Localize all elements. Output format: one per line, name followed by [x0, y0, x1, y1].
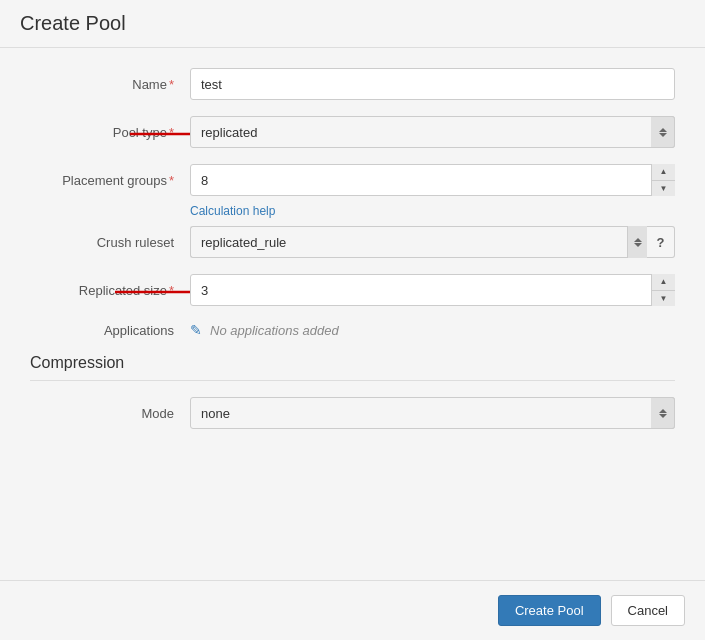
- page-title: Create Pool: [20, 12, 685, 35]
- content-area: Name* Pool type* replicated e: [0, 48, 705, 580]
- placement-groups-increment[interactable]: ▲: [652, 164, 675, 181]
- crush-help-button[interactable]: ?: [647, 226, 675, 258]
- placement-groups-input[interactable]: [190, 164, 675, 196]
- replicated-size-spinner-wrapper: ▲ ▼: [190, 274, 675, 306]
- no-applications-text: No applications added: [210, 323, 339, 338]
- applications-content: ✎ No applications added: [190, 322, 675, 338]
- compression-section-title: Compression: [30, 354, 675, 381]
- crush-ruleset-label: Crush ruleset: [30, 235, 190, 250]
- replicated-size-increment[interactable]: ▲: [652, 274, 675, 291]
- placement-groups-label: Placement groups*: [30, 173, 190, 188]
- pool-type-select-wrapper: replicated erasure: [190, 116, 675, 148]
- crush-ruleset-select[interactable]: replicated_rule: [190, 226, 647, 258]
- compression-section: Compression Mode none aggressive passive…: [30, 354, 675, 429]
- placement-groups-spinner-wrapper: ▲ ▼: [190, 164, 675, 196]
- replicated-size-spinner-buttons: ▲ ▼: [651, 274, 675, 306]
- name-label: Name*: [30, 77, 190, 92]
- placement-groups-group: Placement groups* ▲ ▼: [30, 164, 675, 196]
- applications-group: Applications ✎ No applications added: [30, 322, 675, 338]
- replicated-size-group: Replicated size* ▲ ▼: [30, 274, 675, 306]
- pool-type-select[interactable]: replicated erasure: [190, 116, 675, 148]
- cancel-button[interactable]: Cancel: [611, 595, 685, 626]
- footer: Create Pool Cancel: [0, 580, 705, 640]
- crush-ruleset-group: Crush ruleset replicated_rule ?: [30, 226, 675, 258]
- replicated-size-decrement[interactable]: ▼: [652, 291, 675, 307]
- pool-type-group: Pool type* replicated erasure: [30, 116, 675, 148]
- mode-select-wrapper: none aggressive passive force: [190, 397, 675, 429]
- mode-group: Mode none aggressive passive force: [30, 397, 675, 429]
- pool-type-label: Pool type*: [30, 125, 190, 140]
- create-pool-button[interactable]: Create Pool: [498, 595, 601, 626]
- page-header: Create Pool: [0, 0, 705, 48]
- name-group: Name*: [30, 68, 675, 100]
- page-wrapper: Create Pool Name* Pool type*: [0, 0, 705, 640]
- mode-label: Mode: [30, 406, 190, 421]
- placement-groups-spinner-buttons: ▲ ▼: [651, 164, 675, 196]
- crush-ruleset-control-group: replicated_rule ?: [190, 226, 675, 258]
- applications-label: Applications: [30, 323, 190, 338]
- replicated-size-label: Replicated size*: [30, 283, 190, 298]
- crush-select-wrapper: replicated_rule: [190, 226, 647, 258]
- replicated-size-input[interactable]: [190, 274, 675, 306]
- placement-groups-decrement[interactable]: ▼: [652, 181, 675, 197]
- calculation-help-link[interactable]: Calculation help: [190, 204, 675, 218]
- mode-select[interactable]: none aggressive passive force: [190, 397, 675, 429]
- pencil-icon[interactable]: ✎: [190, 322, 202, 338]
- name-input[interactable]: [190, 68, 675, 100]
